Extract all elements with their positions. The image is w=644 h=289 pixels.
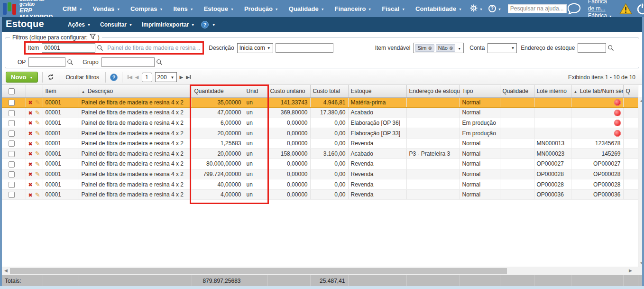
logout-icon[interactable] [636, 2, 644, 15]
row-checkbox[interactable] [9, 151, 15, 157]
edit-icon[interactable]: ✎ [35, 119, 40, 126]
edit-icon[interactable]: ✎ [35, 181, 40, 188]
descricao-filter-input[interactable] [276, 43, 333, 53]
first-page-button[interactable]: ◀ [128, 75, 132, 80]
page-help-menu[interactable]: ? ▼ [201, 21, 215, 28]
column-header-custo_unitario[interactable]: Custo unitário [267, 85, 310, 97]
table-row[interactable]: ✖✎00001Painel de fibra de madeira e resi… [2, 138, 638, 149]
edit-icon[interactable]: ✎ [35, 191, 40, 198]
scroll-left-icon[interactable]: ◀ [4, 268, 8, 273]
item-vendavel-select[interactable]: Sim ⊗ Não ⊗ ▼ [413, 43, 464, 53]
column-header-unid[interactable]: Unid [244, 85, 267, 97]
table-row[interactable]: ✖✎00001Painel de fibra de madeira e resi… [2, 97, 638, 108]
select-all-checkbox[interactable] [9, 88, 15, 94]
last-page-button[interactable]: ▶ [186, 75, 191, 80]
edit-icon[interactable]: ✎ [35, 170, 40, 177]
table-row[interactable]: ✖✎00001Painel de fibra de madeira e resi… [2, 159, 638, 169]
delete-icon[interactable]: ✖ [28, 100, 33, 105]
chat-icon[interactable] [567, 2, 581, 15]
menu-financeiro[interactable]: Financeiro▼ [330, 0, 377, 17]
row-checkbox[interactable] [9, 182, 15, 188]
settings-menu[interactable]: ▼ [468, 4, 485, 13]
menu-crm[interactable]: CRM▼ [57, 0, 88, 17]
tag-nao[interactable]: Não ⊗ [436, 44, 456, 52]
prev-page-button[interactable]: ◀ [135, 75, 139, 80]
table-row[interactable]: ✖✎00001Painel de fibra de madeira e resi… [2, 118, 638, 128]
delete-icon[interactable]: ✖ [28, 131, 33, 136]
edit-icon[interactable]: ✎ [35, 150, 40, 157]
op-filter-input[interactable] [28, 57, 65, 67]
edit-icon[interactable]: ✎ [35, 99, 40, 106]
help-menu[interactable]: ? ▼ [487, 5, 503, 12]
delete-icon[interactable]: ✖ [28, 110, 33, 116]
page-size-select[interactable]: 200 ▼ [155, 72, 177, 82]
warning-icon[interactable] [619, 3, 633, 15]
search-icon[interactable] [156, 59, 163, 65]
menu-contabilidade[interactable]: Contabilidade▼ [410, 0, 467, 17]
column-header-item[interactable]: Item [43, 85, 79, 97]
row-checkbox[interactable] [9, 100, 15, 106]
column-header-estoque[interactable]: Estoque [348, 85, 406, 97]
row-checkbox[interactable] [9, 161, 15, 168]
column-header-endereco[interactable]: Endereço de estoque [406, 85, 460, 97]
row-checkbox[interactable] [9, 131, 15, 137]
search-icon[interactable] [97, 45, 103, 51]
grid-help-icon[interactable]: ? [110, 74, 118, 81]
column-header-quantidade[interactable]: Quantidade [192, 85, 244, 97]
delete-icon[interactable]: ✖ [28, 171, 33, 177]
edit-icon[interactable]: ✎ [35, 130, 40, 137]
scrollbar-thumb[interactable] [10, 268, 507, 274]
delete-icon[interactable]: ✖ [28, 141, 33, 147]
delete-icon[interactable]: ✖ [28, 182, 33, 187]
lot-alert-icon[interactable] [614, 120, 621, 126]
remove-tag-icon[interactable]: ⊗ [449, 46, 453, 51]
table-row[interactable]: ✖✎00001Painel de fibra de madeira e resi… [2, 169, 638, 179]
column-header-tipo[interactable]: Tipo [460, 85, 500, 97]
column-header-q[interactable]: Q [623, 85, 638, 97]
page-number-input[interactable]: 1 [142, 73, 152, 82]
column-header-qualidade[interactable]: Qualidade [500, 85, 534, 97]
lot-alert-icon[interactable] [614, 110, 621, 116]
delete-icon[interactable]: ✖ [28, 192, 33, 198]
grupo-filter-input[interactable] [101, 57, 155, 67]
column-header-descricao[interactable]: ▲ Descrição [79, 85, 192, 97]
table-row[interactable]: ✖✎00001Painel de fibra de madeira e resi… [2, 149, 638, 159]
company-link[interactable]: Fábrica de m... [588, 0, 612, 12]
filters-legend[interactable]: Filtros (clique para configurar: ) [10, 34, 102, 41]
page-menu-acoes[interactable]: Ações▼ [63, 17, 95, 32]
scroll-right-icon[interactable]: ▶ [629, 268, 632, 273]
next-page-button[interactable]: ▶ [180, 75, 184, 80]
delete-icon[interactable]: ✖ [28, 151, 33, 157]
menu-compras[interactable]: Compras▼ [125, 0, 168, 17]
search-icon[interactable] [607, 45, 614, 51]
menu-estoque[interactable]: Estoque▼ [199, 0, 239, 17]
remove-tag-icon[interactable]: ⊗ [428, 46, 432, 51]
tag-sim[interactable]: Sim ⊗ [415, 44, 434, 52]
row-checkbox[interactable] [9, 110, 15, 116]
table-row[interactable]: ✖✎00001Painel de fibra de madeira e resi… [2, 179, 638, 190]
lot-alert-icon[interactable] [614, 99, 621, 106]
delete-icon[interactable]: ✖ [28, 120, 33, 126]
column-header-lote_fab[interactable]: ▲ Lote fab/Num série [571, 85, 623, 97]
column-header-lote_interno[interactable]: Lote interno [534, 85, 571, 97]
table-row[interactable]: ✖✎00001Painel de fibra de madeira e resi… [2, 189, 638, 200]
refresh-icon[interactable] [47, 74, 55, 81]
delete-icon[interactable]: ✖ [28, 161, 33, 167]
page-menu-imprimir-exportar[interactable]: Imprimir/exportar▼ [137, 17, 199, 32]
row-checkbox[interactable] [9, 120, 15, 126]
menu-qualidade[interactable]: Qualidade▼ [284, 0, 330, 17]
lot-alert-icon[interactable] [614, 130, 621, 137]
endereco-filter-input[interactable] [578, 43, 606, 53]
conta-select[interactable]: ▼ [488, 43, 517, 53]
menu-fiscal[interactable]: Fiscal▼ [377, 0, 410, 17]
descricao-operator-select[interactable]: Inicia com ▼ [237, 43, 273, 53]
row-checkbox[interactable] [9, 140, 15, 147]
page-menu-consultar[interactable]: Consultar▼ [95, 17, 137, 32]
horizontal-scrollbar[interactable]: ◀ ▶ [2, 267, 642, 275]
ocultar-filtros-button[interactable]: Ocultar filtros [64, 73, 101, 82]
edit-icon[interactable]: ✎ [35, 109, 40, 116]
menu-itens[interactable]: Itens▼ [168, 0, 198, 17]
table-row[interactable]: ✖✎00001Painel de fibra de madeira e resi… [2, 108, 638, 118]
column-header-custo_total[interactable]: Custo total [310, 85, 348, 97]
row-checkbox[interactable] [9, 192, 15, 198]
